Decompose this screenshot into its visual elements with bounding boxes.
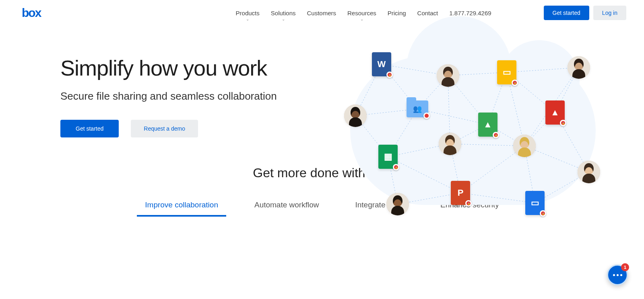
hero-illustration: W🔒▭🔒▲🔒▦🔒▲🔒P🔒▭🔒👥 [330,44,604,229]
chat-icon [613,274,622,276]
file-icon: W🔒 [372,52,391,76]
hero-subtitle: Secure file sharing and seamless collabo… [60,89,277,103]
file-icon: ▭🔒 [497,60,516,84]
avatar [513,135,536,157]
avatar [386,193,409,215]
tab-improve-collaboration[interactable]: Improve collaboration [145,201,218,216]
keynote-file-icon: ▭🔒 [525,191,545,215]
logo[interactable]: box [22,6,41,20]
nav-item-label: Customers [307,10,336,16]
nav-item-products[interactable]: Products⌄ [236,8,260,18]
avatar-icon [513,135,536,157]
nav-item-resources[interactable]: Resources⌄ [347,8,376,18]
pdf-file-icon: ▲🔒 [545,100,565,125]
file-icon: ▲🔒 [545,100,565,125]
login-button[interactable]: Log in [593,6,626,20]
file-icon: ▭🔒 [525,191,545,215]
avatar-icon [437,64,459,87]
file-icon: P🔒 [451,181,470,205]
hero-get-started-button[interactable]: Get started [60,120,119,137]
file-icon: ▲🔒 [478,113,497,137]
nav-item-pricing[interactable]: Pricing [388,8,406,18]
avatar [568,56,590,79]
svg-line-21 [388,157,460,193]
slides-file-icon: ▭🔒 [497,60,516,84]
avatar-icon [439,133,461,155]
get-started-button[interactable]: Get started [544,6,589,20]
header-actions: Get started Log in [544,6,626,20]
avatar [437,64,459,87]
avatar-icon [578,161,600,183]
image-file-icon: ▲🔒 [478,113,497,137]
nav-item-label: 1.877.729.4269 [449,10,491,16]
avatar-icon [386,193,409,215]
svg-line-30 [460,193,535,203]
hero-buttons: Get started Request a demo [60,120,277,137]
nav-item-solutions[interactable]: Solutions⌄ [271,8,296,18]
nav-item-label: Solutions [271,10,296,16]
hero-text: Simplify how you work Secure file sharin… [60,48,277,137]
avatar-icon [344,104,367,127]
nav-item-contact[interactable]: Contact [417,8,438,18]
tab-automate-workflow[interactable]: Automate workflow [254,201,319,216]
file-icon: ▦🔒 [378,145,398,169]
nav-item-label: Products [236,10,260,16]
nav-item-label: Pricing [388,10,406,16]
nav-item-label: Contact [417,10,438,16]
shared-folder-icon: 👥 [407,100,428,117]
nav-item-customers[interactable]: Customers [307,8,336,18]
sheets-file-icon: ▦🔒 [378,145,398,169]
word-file-icon: W🔒 [372,52,391,76]
ppt-file-icon: P🔒 [451,181,470,205]
avatar [344,104,367,127]
avatar [439,133,461,155]
hero-title: Simplify how you work [60,56,277,80]
chat-bubble-button[interactable]: 1 [607,264,628,285]
chat-badge: 1 [621,263,629,271]
folder-icon: 👥 [407,100,428,117]
avatar [578,161,600,183]
avatar-icon [568,56,590,79]
header: box Products⌄Solutions⌄CustomersResource… [0,0,644,20]
request-demo-button[interactable]: Request a demo [131,120,198,137]
nav-item-label: Resources [347,10,376,16]
hero: Simplify how you work Secure file sharin… [0,20,644,137]
